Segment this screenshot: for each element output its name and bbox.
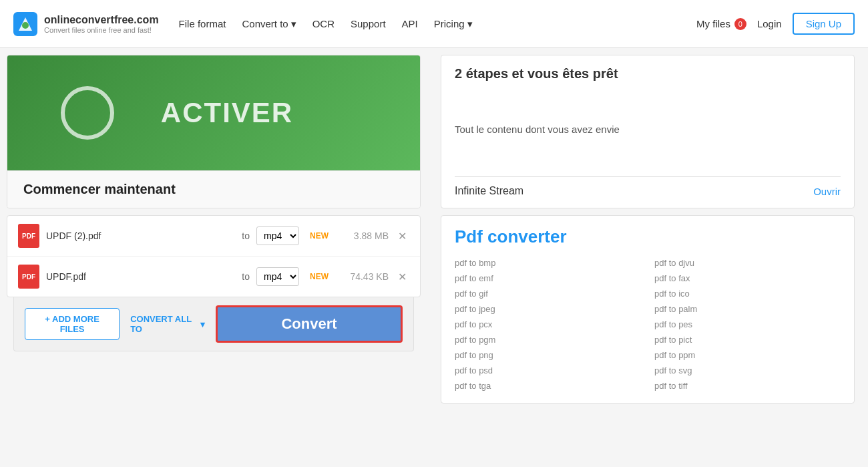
pdf-link-col2-5[interactable]: pdf to pict [654, 333, 841, 346]
my-files-label: My files [696, 18, 730, 29]
to-label-1: to [242, 230, 250, 241]
login-button[interactable]: Login [757, 18, 782, 29]
my-files-button[interactable]: My files 0 [696, 18, 746, 30]
left-panel: ACTIVER Commencer maintenant PDF UPDF (2… [0, 48, 427, 467]
pdf-link-col1-1[interactable]: pdf to emf [455, 272, 641, 285]
logo-title: onlineconvertfree.com [44, 14, 159, 26]
promo-activate-text: ACTIVER [161, 97, 293, 129]
promo-right-row: Infinite Stream Ouvrir [455, 176, 841, 197]
close-button-1[interactable]: ✕ [395, 230, 409, 243]
pdf-link-col1-8[interactable]: pdf to tga [455, 379, 641, 392]
nav-convert-to[interactable]: Convert to ▾ [242, 18, 296, 30]
close-button-2[interactable]: ✕ [395, 271, 409, 283]
convert-button[interactable]: Convert [216, 305, 403, 343]
nav-ocr[interactable]: OCR [312, 18, 335, 29]
nav-support[interactable]: Support [351, 18, 386, 29]
logo: onlineconvertfree.com Convert files onli… [13, 12, 159, 36]
pdf-icon-2: PDF [18, 265, 39, 289]
convert-all-label: CONVERT ALL TO [130, 314, 196, 334]
promo-banner-top: ACTIVER [7, 55, 420, 170]
to-label-2: to [242, 271, 250, 282]
converter-area: PDF UPDF (2).pdf to mp4 pdf docx NEW 3.8… [7, 215, 421, 351]
pdf-link-col2-1[interactable]: pdf to fax [654, 272, 841, 285]
nav-api[interactable]: API [402, 18, 418, 29]
chevron-down-icon: ▾ [291, 18, 296, 30]
convert-all-button[interactable]: CONVERT ALL TO ▾ [130, 314, 205, 334]
promo-circle-icon [61, 86, 114, 140]
pdf-link-col2-2[interactable]: pdf to ico [654, 287, 841, 300]
logo-subtitle: Convert files online free and fast! [44, 26, 159, 34]
new-badge-2: NEW [310, 272, 329, 281]
pdf-icon-1: PDF [18, 224, 39, 248]
pdf-link-col1-4[interactable]: pdf to pcx [455, 318, 641, 331]
pdf-converter-section: Pdf converter pdf to bmppdf to djvupdf t… [441, 215, 855, 404]
header: onlineconvertfree.com Convert files onli… [0, 0, 868, 48]
right-panel: 2 étapes et vous êtes prêt Tout le conte… [427, 48, 868, 467]
pdf-converter-title: Pdf converter [455, 226, 841, 247]
signup-button[interactable]: Sign Up [793, 13, 855, 35]
file-list: PDF UPDF (2).pdf to mp4 pdf docx NEW 3.8… [7, 215, 421, 297]
promo-right: 2 étapes et vous êtes prêt Tout le conte… [441, 55, 855, 208]
file-row-2: PDF UPDF.pdf to mp4 pdf docx NEW 74.43 K… [7, 257, 420, 297]
promo-right-title: 2 étapes et vous êtes prêt [455, 66, 841, 82]
chevron-down-icon: ▾ [200, 319, 205, 329]
format-select-1[interactable]: mp4 pdf docx [256, 226, 299, 245]
promo-title: Commencer maintenant [23, 182, 404, 197]
pdf-link-col1-0[interactable]: pdf to bmp [455, 257, 641, 269]
promo-banner: ACTIVER Commencer maintenant [7, 55, 421, 208]
pdf-link-col1-3[interactable]: pdf to jpeg [455, 303, 641, 315]
file-row-1: PDF UPDF (2).pdf to mp4 pdf docx NEW 3.8… [7, 216, 420, 257]
infinite-stream-label: Infinite Stream [455, 185, 523, 197]
file-size-1: 3.88 MB [335, 230, 389, 241]
pdf-link-col1-6[interactable]: pdf to png [455, 349, 641, 361]
pdf-link-col2-0[interactable]: pdf to djvu [654, 257, 841, 269]
main-content: ACTIVER Commencer maintenant PDF UPDF (2… [0, 48, 868, 467]
pdf-link-col1-5[interactable]: pdf to pgm [455, 333, 641, 346]
chevron-down-icon: ▾ [467, 18, 473, 30]
add-more-files-button[interactable]: + ADD MORE FILES [25, 308, 120, 340]
new-badge-1: NEW [310, 231, 329, 241]
pdf-link-col2-4[interactable]: pdf to pes [654, 318, 841, 331]
svg-point-2 [22, 22, 29, 29]
logo-text: onlineconvertfree.com Convert files onli… [44, 14, 159, 34]
pdf-link-col1-2[interactable]: pdf to gif [455, 287, 641, 300]
ouvrir-link[interactable]: Ouvrir [813, 186, 841, 197]
pdf-link-col2-6[interactable]: pdf to ppm [654, 349, 841, 361]
main-nav: File format Convert to ▾ OCR Support API… [179, 18, 696, 30]
logo-icon [13, 12, 37, 36]
nav-pricing[interactable]: Pricing ▾ [434, 18, 473, 30]
my-files-badge: 0 [734, 18, 746, 30]
header-right: My files 0 Login Sign Up [696, 13, 855, 35]
promo-banner-bottom: Commencer maintenant [7, 170, 420, 208]
promo-right-sub: Tout le contenu dont vous avez envie [455, 124, 841, 135]
file-name-1: UPDF (2).pdf [46, 230, 235, 241]
bottom-bar: + ADD MORE FILES CONVERT ALL TO ▾ Conver… [13, 297, 414, 351]
nav-file-format[interactable]: File format [179, 18, 226, 29]
format-select-2[interactable]: mp4 pdf docx [256, 267, 299, 286]
pdf-link-col2-8[interactable]: pdf to tiff [654, 379, 841, 392]
pdf-link-col2-7[interactable]: pdf to svg [654, 364, 841, 377]
pdf-link-col2-3[interactable]: pdf to palm [654, 303, 841, 315]
pdf-link-col1-7[interactable]: pdf to psd [455, 364, 641, 377]
pdf-links-grid: pdf to bmppdf to djvupdf to emfpdf to fa… [455, 257, 841, 392]
file-size-2: 74.43 KB [335, 271, 389, 282]
file-name-2: UPDF.pdf [46, 271, 235, 282]
